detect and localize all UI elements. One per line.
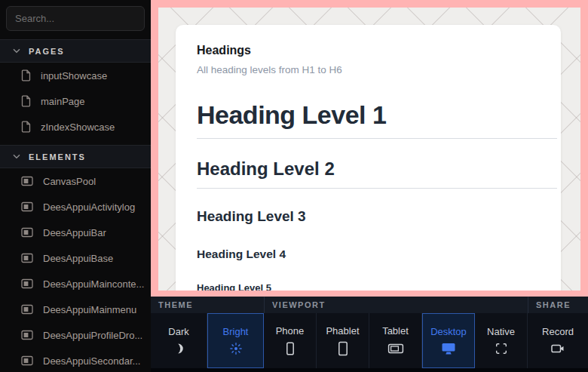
- chevron-down-icon: [13, 154, 20, 159]
- fullscreen-corners-icon: [495, 342, 508, 355]
- dark-button-label: Dark: [168, 326, 188, 337]
- viewport-phablet-button[interactable]: Phablet: [317, 313, 369, 368]
- theme-bright-button[interactable]: Bright: [207, 313, 264, 368]
- toolbar-buttons: Dark Bright: [151, 313, 588, 368]
- element-icon: [21, 355, 33, 366]
- phone-icon: [283, 341, 298, 356]
- page-icon: [21, 95, 31, 107]
- tablet-button-label: Tablet: [382, 325, 409, 337]
- video-camera-icon: [550, 342, 565, 355]
- sidebar-item-zindexshowcase[interactable]: zIndexShowcase: [0, 114, 151, 140]
- viewport-tablet-button[interactable]: Tablet: [369, 313, 422, 368]
- bright-button-label: Bright: [223, 326, 249, 337]
- phablet-button-label: Phablet: [326, 325, 359, 337]
- sidebar-item-label: DeesAppuiBase: [43, 253, 113, 264]
- toolbar-group-theme-label: THEME: [151, 297, 264, 313]
- sidebar-item-deesappuimaincontent[interactable]: DeesAppuiMainconte...: [0, 271, 151, 297]
- sidebar-item-deesappuibase[interactable]: DeesAppuiBase: [0, 245, 151, 271]
- viewport-phone-button[interactable]: Phone: [264, 313, 317, 368]
- sun-icon: [229, 342, 243, 355]
- sidebar-item-label: DeesAppuiBar: [43, 227, 106, 238]
- heading-level-1: Heading Level 1: [197, 100, 557, 130]
- moon-icon: [172, 342, 185, 355]
- desktop-icon: [441, 342, 456, 355]
- main-area: Headings All heading levels from H1 to H…: [151, 0, 588, 372]
- search-input[interactable]: [6, 6, 145, 31]
- sidebar-section-pages[interactable]: PAGES: [0, 39, 151, 63]
- sidebar-item-deesappuimainmenu[interactable]: DeesAppuiMainmenu: [0, 297, 151, 322]
- element-icon: [21, 330, 33, 340]
- sidebar-item-label: DeesAppuiMainconte...: [43, 278, 144, 290]
- tablet-icon: [387, 341, 404, 356]
- element-icon: [21, 227, 33, 238]
- sidebar-item-deesappuisecondarymenu[interactable]: DeesAppuiSecondar...: [0, 348, 151, 372]
- toolbar-group-headers: THEME VIEWPORT SHARE: [151, 297, 588, 313]
- page-icon: [21, 69, 31, 81]
- sidebar-item-label: DeesAppuiMainmenu: [43, 304, 136, 315]
- app-window: PAGES inputShowcase mainPage zIndexShowc…: [0, 0, 588, 372]
- sidebar-item-label: mainPage: [41, 96, 85, 107]
- viewport-native-button[interactable]: Native: [475, 313, 528, 368]
- element-icon: [21, 201, 33, 212]
- native-button-label: Native: [487, 326, 515, 337]
- canvas-background: Headings All heading levels from H1 to H…: [158, 8, 580, 291]
- sidebar-item-deesappuiprofiledropdown[interactable]: DeesAppuiProfileDro...: [0, 322, 151, 348]
- element-icon: [21, 253, 33, 263]
- sidebar: PAGES inputShowcase mainPage zIndexShowc…: [0, 0, 151, 372]
- heading-divider: [197, 138, 557, 139]
- sidebar-item-label: DeesAppuiProfileDro...: [43, 330, 142, 341]
- sidebar-item-label: DeesAppuiActivitylog: [43, 201, 135, 213]
- desktop-button-label: Desktop: [430, 326, 467, 337]
- sidebar-item-label: inputShowcase: [41, 70, 107, 81]
- phablet-icon: [335, 341, 351, 356]
- viewport-desktop-button[interactable]: Desktop: [422, 313, 475, 368]
- heading-level-4: Heading Level 4: [197, 247, 557, 261]
- sidebar-item-deesappuiactivitylog[interactable]: DeesAppuiActivitylog: [0, 194, 151, 220]
- heading-level-3: Heading Level 3: [197, 208, 557, 225]
- element-icon: [21, 304, 33, 315]
- sidebar-item-label: DeesAppuiSecondar...: [43, 355, 140, 367]
- heading-divider: [197, 188, 557, 189]
- sidebar-section-elements[interactable]: ELEMENTS: [0, 145, 151, 168]
- theme-dark-button[interactable]: Dark: [151, 313, 207, 368]
- card-subtitle: All heading levels from H1 to H6: [197, 64, 557, 75]
- toolbar-group-share-label: SHARE: [528, 297, 588, 313]
- sidebar-item-label: zIndexShowcase: [41, 121, 115, 133]
- sidebar-item-label: CanvasPool: [43, 176, 96, 187]
- element-icon: [21, 176, 33, 186]
- headings-demo-card: Headings All heading levels from H1 to H…: [176, 25, 561, 291]
- page-icon: [21, 121, 31, 133]
- heading-level-2: Heading Level 2: [197, 158, 557, 180]
- section-label-elements: ELEMENTS: [29, 152, 86, 161]
- sidebar-item-inputshowcase[interactable]: inputShowcase: [0, 63, 151, 88]
- toolbar-group-viewport-label: VIEWPORT: [264, 297, 528, 313]
- preview-frame: Headings All heading levels from H1 to H…: [151, 0, 588, 297]
- sidebar-item-deesappuibar[interactable]: DeesAppuiBar: [0, 220, 151, 245]
- section-label-pages: PAGES: [29, 47, 65, 56]
- toolbar-bottom-strip: [151, 368, 588, 372]
- bottom-toolbar: THEME VIEWPORT SHARE Dark Bright: [151, 297, 588, 372]
- card-title: Headings: [197, 44, 557, 57]
- record-button-label: Record: [542, 326, 574, 337]
- element-icon: [21, 278, 33, 289]
- chevron-down-icon: [13, 48, 20, 54]
- search-container: [0, 0, 151, 34]
- sidebar-item-canvaspool[interactable]: CanvasPool: [0, 168, 151, 194]
- share-record-button[interactable]: Record: [528, 313, 588, 368]
- sidebar-item-mainpage[interactable]: mainPage: [0, 88, 151, 114]
- heading-level-5: Heading Level 5: [197, 282, 557, 291]
- phone-button-label: Phone: [276, 325, 305, 337]
